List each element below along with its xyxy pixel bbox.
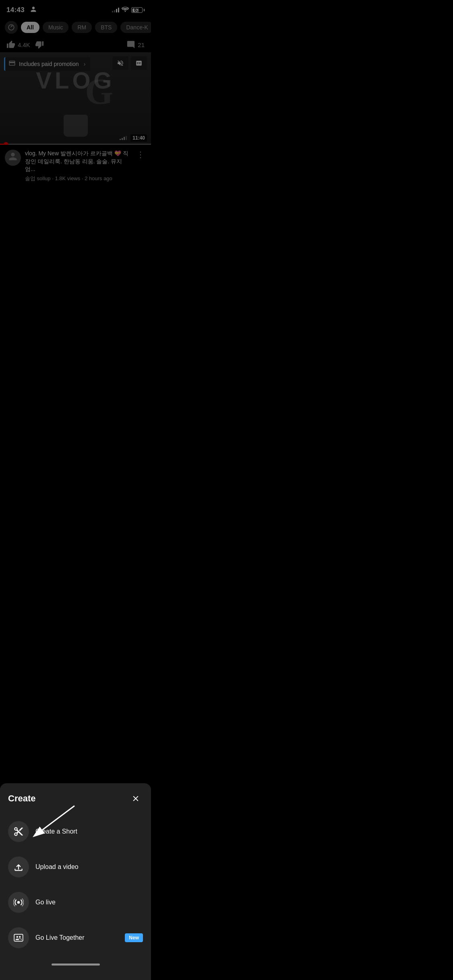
status-bar: 14:43 63 xyxy=(0,0,151,18)
dance-pill[interactable]: Dance-K xyxy=(120,22,151,33)
like-button[interactable]: 4.4K xyxy=(6,40,30,49)
more-button[interactable]: ⋮ xyxy=(135,150,146,159)
explore-pill[interactable] xyxy=(5,21,18,34)
cc-button[interactable] xyxy=(131,56,147,70)
bts-pill[interactable]: BTS xyxy=(95,22,117,33)
avatar-icon xyxy=(7,151,19,165)
paid-promo-chevron-icon: › xyxy=(84,61,86,67)
g-watermark: G xyxy=(85,71,113,112)
paid-promo-icon xyxy=(8,60,16,68)
view-count: 1.8K views xyxy=(55,175,80,181)
video-title: vlog. My New 발렌시아가 르카골백 💝 직장인 데일리룩. 한남동 … xyxy=(25,150,131,173)
category-bar: All Music RM BTS Dance-K xyxy=(0,18,151,37)
status-person-icon xyxy=(30,6,37,14)
video-controls xyxy=(112,56,147,70)
video-signal-icon xyxy=(120,136,127,140)
mug-decoration xyxy=(64,115,88,137)
rm-pill[interactable]: RM xyxy=(72,22,92,33)
comment-count: 21 xyxy=(138,41,145,48)
paid-promo-banner[interactable]: Includes paid promotion › xyxy=(4,57,90,71)
video-info: vlog. My New 발렌시아가 르카골백 💝 직장인 데일리룩. 한남동 … xyxy=(0,145,151,187)
dislike-button[interactable] xyxy=(35,40,44,49)
video-player[interactable]: VLOG G Includes paid promotion › 11:40 xyxy=(0,52,151,145)
status-icons: 63 xyxy=(112,6,145,14)
paid-promo-text: Includes paid promotion xyxy=(19,61,79,67)
wifi-icon xyxy=(122,6,129,14)
time-ago: 2 hours ago xyxy=(85,175,112,181)
action-row: 4.4K 21 xyxy=(0,37,151,52)
status-time: 14:43 xyxy=(6,6,25,14)
video-meta: vlog. My New 발렌시아가 르카골백 💝 직장인 데일리룩. 한남동 … xyxy=(25,150,131,182)
video-subtitle: 솔업 sollup · 1.8K views · 2 hours ago xyxy=(25,175,131,182)
video-progress-bar[interactable] xyxy=(0,144,151,145)
channel-avatar[interactable] xyxy=(5,150,21,166)
channel-name: 솔업 sollup xyxy=(25,175,51,181)
video-duration: 11:40 xyxy=(130,134,147,142)
video-progress-dot xyxy=(4,142,8,145)
battery-icon: 63 xyxy=(131,7,145,13)
like-count: 4.4K xyxy=(18,41,30,48)
mute-button[interactable] xyxy=(112,56,128,70)
music-pill[interactable]: Music xyxy=(43,22,69,33)
comment-button[interactable]: 21 xyxy=(126,40,145,49)
signal-bars-icon xyxy=(112,8,119,12)
all-pill[interactable]: All xyxy=(21,22,39,33)
